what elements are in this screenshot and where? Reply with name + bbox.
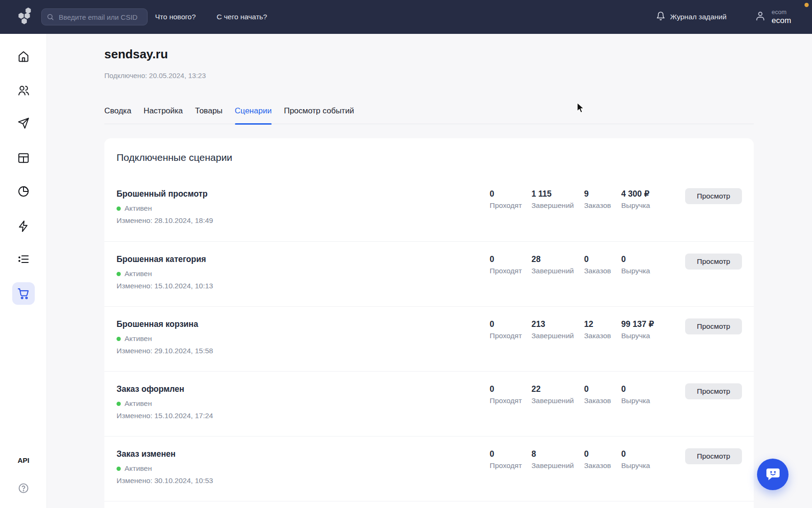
status-dot-icon — [117, 337, 121, 341]
stat-orders: 0Заказов — [584, 449, 611, 470]
stat-completed: 213Завершений — [531, 319, 574, 340]
stat-revenue: 4 300 ₽Выручка — [621, 189, 650, 210]
view-button[interactable]: Просмотр — [685, 318, 742, 334]
stat-pass: 0Проходят — [490, 254, 522, 275]
view-button[interactable]: Просмотр — [685, 188, 742, 204]
sidebar-item-analytics[interactable] — [12, 180, 35, 203]
help-icon — [17, 482, 30, 494]
search-input[interactable] — [41, 8, 148, 25]
account-org-label: ecom — [772, 8, 791, 16]
sidebar-item-ecommerce[interactable] — [12, 282, 35, 305]
pie-chart-icon — [17, 185, 30, 198]
bell-icon — [656, 11, 665, 23]
card-title: Подключенные сценарии — [104, 138, 754, 163]
sidebar-item-api[interactable]: API — [0, 456, 47, 464]
sidebar: API — [0, 34, 47, 508]
scenario-row-abandoned-view: Брошенный просмотр Активен Изменено: 28.… — [104, 176, 754, 241]
users-icon — [17, 84, 30, 97]
tabs: Сводка Настройка Товары Сценарии Просмот… — [104, 106, 754, 124]
scenario-row-abandoned-category: Брошенная категория Активен Изменено: 15… — [104, 241, 754, 306]
modified-date: Изменено: 29.10.2024, 15:58 — [117, 347, 742, 355]
zap-icon — [17, 220, 30, 233]
stat-orders: 0Заказов — [584, 384, 611, 405]
stat-pass: 0Проходят — [490, 449, 522, 470]
status-dot-icon — [117, 206, 121, 211]
support-chat-button[interactable] — [757, 459, 789, 490]
main-area: sendsay.ru Подключено: 20.05.2024, 13:23… — [47, 34, 812, 508]
sidebar-item-campaigns[interactable] — [12, 112, 35, 135]
stat-pass: 0Проходят — [490, 189, 522, 210]
scenarios-card: Подключенные сценарии Брошенный просмотр… — [104, 138, 754, 508]
status-label: Активен — [125, 334, 152, 343]
stat-orders: 12Заказов — [584, 319, 611, 340]
scenario-row-abandoned-cart: Брошенная корзина Активен Изменено: 29.1… — [104, 306, 754, 371]
status-label: Активен — [125, 464, 152, 473]
cart-icon — [17, 287, 30, 300]
notification-dot — [804, 3, 809, 7]
account-menu[interactable]: ecom ecom — [755, 0, 791, 34]
sidebar-item-layouts[interactable] — [12, 147, 35, 169]
status-label: Активен — [125, 399, 152, 408]
stat-revenue: 0Выручка — [621, 254, 650, 275]
sidebar-item-home[interactable] — [12, 45, 35, 68]
view-button[interactable]: Просмотр — [685, 383, 742, 399]
modified-date: Изменено: 28.10.2024, 18:49 — [117, 216, 742, 225]
modified-date: Изменено: 15.10.2024, 17:24 — [117, 412, 742, 420]
tab-prosmotr-sobytiy[interactable]: Просмотр событий — [284, 106, 354, 124]
chat-smiley-icon — [765, 467, 781, 482]
stat-pass: 0Проходят — [490, 319, 522, 340]
sidebar-item-help[interactable] — [17, 482, 30, 496]
list-icon — [17, 253, 30, 266]
status-dot-icon — [117, 272, 121, 276]
scenario-row-order-changed: Заказ изменен Активен Изменено: 30.10.20… — [104, 436, 754, 501]
sidebar-item-automation[interactable] — [12, 215, 35, 238]
sidebar-item-lists[interactable] — [12, 248, 35, 270]
stat-revenue: 0Выручка — [621, 384, 650, 405]
topbar: Что нового? С чего начать? Журнал задани… — [0, 0, 812, 34]
sidebar-item-audience[interactable] — [12, 79, 35, 102]
status-dot-icon — [117, 467, 121, 471]
scenario-row-partial — [104, 501, 754, 508]
stat-orders: 9Заказов — [584, 189, 611, 210]
modified-date: Изменено: 30.10.2024, 10:53 — [117, 476, 742, 485]
stat-completed: 22Завершений — [531, 384, 574, 405]
stat-completed: 1 115Завершений — [531, 189, 574, 210]
home-icon — [17, 50, 30, 63]
connected-date: Подключено: 20.05.2024, 13:23 — [104, 71, 206, 79]
tab-svodka[interactable]: Сводка — [104, 106, 131, 124]
stat-pass: 0Проходят — [490, 384, 522, 405]
stat-revenue: 0Выручка — [621, 449, 650, 470]
stat-completed: 8Завершений — [531, 449, 574, 470]
status-dot-icon — [117, 402, 121, 406]
get-started-link[interactable]: С чего начать? — [217, 0, 267, 34]
scenario-row-order-placed: Заказ оформлен Активен Изменено: 15.10.2… — [104, 371, 754, 436]
modified-date: Изменено: 15.10.2024, 10:13 — [117, 282, 742, 290]
tab-tovary[interactable]: Товары — [195, 106, 222, 124]
tasks-journal-label: Журнал заданий — [670, 13, 726, 21]
sendsay-logo-icon[interactable] — [16, 7, 35, 29]
account-name-label: ecom — [772, 16, 791, 25]
stat-revenue: 99 137 ₽Выручка — [621, 319, 654, 340]
user-icon — [755, 10, 766, 24]
topbar-search — [41, 8, 148, 25]
status-label: Активен — [125, 204, 152, 213]
whats-new-link[interactable]: Что нового? — [155, 0, 196, 34]
send-icon — [17, 117, 30, 130]
layout-icon — [17, 151, 30, 165]
page-title: sendsay.ru — [104, 47, 168, 62]
tab-scenarii[interactable]: Сценарии — [235, 106, 272, 124]
view-button[interactable]: Просмотр — [685, 448, 742, 464]
tasks-journal-link[interactable]: Журнал заданий — [656, 0, 726, 34]
stat-completed: 28Завершений — [531, 254, 574, 275]
status-label: Активен — [125, 270, 152, 278]
stat-orders: 0Заказов — [584, 254, 611, 275]
view-button[interactable]: Просмотр — [685, 254, 742, 270]
tab-nastroyka[interactable]: Настройка — [143, 106, 183, 124]
